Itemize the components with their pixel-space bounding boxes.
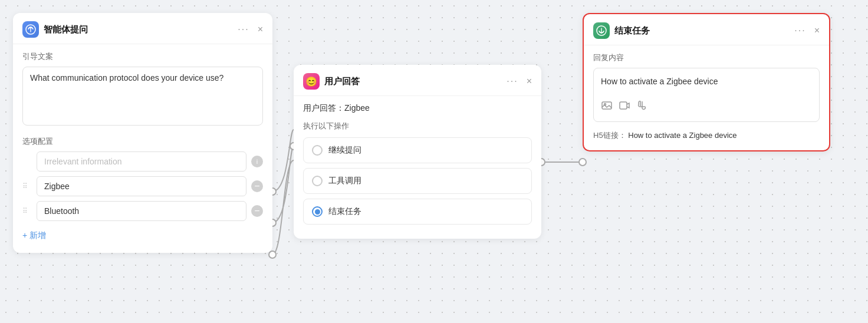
- card1-close[interactable]: ×: [258, 24, 263, 35]
- card1-option-irrelevant-row: i: [22, 151, 263, 172]
- svg-rect-10: [620, 102, 627, 109]
- card-end-task: 结束任务 ··· × 回复内容 How to activate a Zigbee…: [583, 13, 830, 151]
- card1-menu[interactable]: ···: [238, 24, 249, 35]
- card2-radio-continue: [312, 145, 323, 156]
- card3-header: 结束任务 ··· ×: [584, 14, 829, 45]
- card1-option-zigbee-row: ⠿ −: [22, 176, 263, 196]
- card3-reply-text: How to activate a Zigbee device: [601, 75, 812, 88]
- card2-user-answer-label: 用户回答：Zigbee: [303, 103, 532, 114]
- card2-menu[interactable]: ···: [507, 76, 518, 87]
- card3-menu[interactable]: ···: [794, 25, 805, 36]
- card3-icon: [593, 22, 610, 39]
- card1-drag-handle-zigbee[interactable]: ⠿: [22, 182, 32, 190]
- card1-remove-zigbee[interactable]: −: [251, 180, 263, 192]
- card2-option-end[interactable]: 结束任务: [303, 199, 532, 225]
- card3-title: 结束任务: [614, 25, 790, 37]
- card3-image-icon[interactable]: [601, 100, 613, 114]
- card2-option-tool-label: 工具调用: [328, 176, 361, 186]
- card2-header: 😊 用户回答 ··· ×: [294, 65, 541, 95]
- card-user-answer: 😊 用户回答 ··· × 用户回答：Zigbee 执行以下操作 继续提问 工具调…: [294, 65, 541, 239]
- svg-point-4: [579, 159, 586, 166]
- card2-icon: 😊: [303, 73, 320, 90]
- card-agent-question: 智能体提问 ··· × 引导文案 What communication prot…: [13, 13, 272, 253]
- card3-reply-toolbar: [601, 96, 812, 114]
- card1-prompt-textarea[interactable]: What communication protocol does your de…: [22, 67, 263, 126]
- card2-radio-end: [312, 206, 323, 217]
- card3-attachment-icon[interactable]: [636, 100, 648, 114]
- card1-option-zigbee-input[interactable]: [37, 176, 246, 196]
- card1-option-bluetooth-input[interactable]: [37, 201, 246, 221]
- card1-options-section: 选项配置 i ⠿ − ⠿ − + 新增: [22, 136, 263, 243]
- card3-video-icon[interactable]: [619, 100, 630, 114]
- card2-close[interactable]: ×: [527, 76, 532, 87]
- card2-option-continue-label: 继续提问: [328, 145, 361, 156]
- card1-prompt-label: 引导文案: [22, 51, 263, 62]
- card1-header: 智能体提问 ··· ×: [13, 13, 272, 44]
- card1-add-button[interactable]: + 新增: [22, 228, 46, 243]
- card2-option-tool[interactable]: 工具调用: [303, 168, 532, 194]
- card1-options-label: 选项配置: [22, 136, 263, 147]
- card1-info-icon[interactable]: i: [251, 156, 263, 167]
- card3-h5-row: H5链接： How to activate a Zigbee device: [593, 130, 820, 141]
- card2-radio-tool: [312, 176, 323, 186]
- card1-option-irrelevant-input[interactable]: [37, 151, 246, 172]
- card1-drag-handle-bluetooth[interactable]: ⠿: [22, 207, 32, 215]
- card2-option-continue[interactable]: 继续提问: [303, 137, 532, 163]
- card3-reply-box: How to activate a Zigbee device: [593, 68, 820, 122]
- card3-h5-label: H5链接：: [593, 131, 626, 140]
- card2-exec-label: 执行以下操作: [303, 121, 532, 131]
- card3-close[interactable]: ×: [814, 25, 820, 36]
- card2-option-end-label: 结束任务: [328, 206, 361, 217]
- card3-h5-value: How to activate a Zigbee device: [628, 131, 737, 140]
- card1-title: 智能体提问: [44, 24, 233, 35]
- card1-option-bluetooth-row: ⠿ −: [22, 201, 263, 221]
- card1-remove-bluetooth[interactable]: −: [251, 205, 263, 217]
- card1-icon: [22, 21, 39, 38]
- card3-reply-label: 回复内容: [593, 52, 820, 63]
- card2-title: 用户回答: [324, 76, 502, 87]
